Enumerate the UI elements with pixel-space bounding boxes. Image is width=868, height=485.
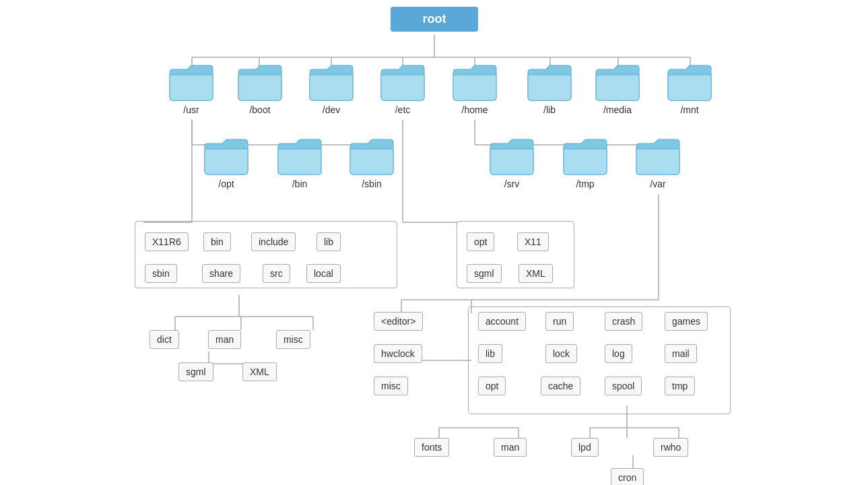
label-editor: <editor> <box>374 312 423 331</box>
folder-srv: /srv <box>489 138 535 189</box>
folder-icon-usr <box>168 64 214 102</box>
folder-icon-bin <box>277 138 323 176</box>
folder-icon-tmp <box>562 138 608 176</box>
folder-icon-opt <box>203 138 249 176</box>
canvas: root /usr /boot /dev /etc /home /lib /me… <box>0 0 868 485</box>
label-fonts: fonts <box>414 438 449 457</box>
label-include: include <box>251 232 296 251</box>
folder-icon-sbin <box>349 138 395 176</box>
folder-bin: /bin <box>277 138 323 189</box>
folder-media: /media <box>595 64 640 115</box>
folder-etc: /etc <box>380 64 426 115</box>
label-bin-usr: bin <box>203 232 231 251</box>
label-lock: lock <box>545 344 577 363</box>
label-man-share: man <box>208 330 241 349</box>
folder-icon-home <box>452 64 498 102</box>
label-opt-var: opt <box>478 377 506 395</box>
folder-lib: /lib <box>527 64 572 115</box>
folder-mnt: /mnt <box>667 64 712 115</box>
label-account: account <box>478 312 526 331</box>
folder-label-lib: /lib <box>543 104 556 115</box>
label-misc-share: misc <box>276 330 310 349</box>
label-man-spool: man <box>494 438 527 457</box>
label-x11-etc: X11 <box>517 232 549 251</box>
label-cron: cron <box>611 468 644 485</box>
folder-dev: /dev <box>308 64 354 115</box>
folder-label-boot: /boot <box>249 104 270 115</box>
folder-icon-lib <box>527 64 572 102</box>
label-misc-var: misc <box>374 377 408 395</box>
label-cache: cache <box>541 377 580 395</box>
folder-icon-mnt <box>667 64 712 102</box>
folder-label-mnt: /mnt <box>680 104 698 115</box>
label-log: log <box>605 344 632 363</box>
folder-label-var: /var <box>650 179 665 189</box>
folder-usr: /usr <box>168 64 214 115</box>
label-opt-etc: opt <box>467 232 494 251</box>
label-games: games <box>665 312 708 331</box>
label-share: share <box>202 264 240 283</box>
label-sgml-share: sgml <box>178 362 213 381</box>
label-x11r6: X11R6 <box>145 232 189 251</box>
label-hwclock: hwclock <box>374 344 422 363</box>
folder-icon-var <box>635 138 681 176</box>
label-crash: crash <box>605 312 642 331</box>
connector-lines <box>0 0 868 485</box>
label-rwho: rwho <box>653 438 688 457</box>
folder-label-etc: /etc <box>395 104 411 115</box>
label-src: src <box>263 264 290 283</box>
folder-icon-boot <box>237 64 283 102</box>
label-lib-usr: lib <box>316 232 341 251</box>
label-xml-share: XML <box>242 362 277 381</box>
label-tmp-var: tmp <box>665 377 695 395</box>
label-dict: dict <box>149 330 179 349</box>
folder-label-tmp: /tmp <box>576 179 594 189</box>
label-run: run <box>545 312 574 331</box>
folder-label-bin: /bin <box>292 179 308 189</box>
root-node: root <box>391 7 478 32</box>
folder-icon-media <box>595 64 640 102</box>
folder-label-srv: /srv <box>504 179 520 189</box>
label-sbin-usr: sbin <box>145 264 177 283</box>
folder-icon-dev <box>308 64 354 102</box>
folder-opt: /opt <box>203 138 249 189</box>
folder-boot: /boot <box>237 64 283 115</box>
folder-label-home: /home <box>462 104 488 115</box>
label-spool: spool <box>605 377 642 395</box>
folder-label-media: /media <box>603 104 632 115</box>
folder-label-usr: /usr <box>183 104 199 115</box>
folder-label-opt: /opt <box>218 179 234 189</box>
label-mail: mail <box>665 344 697 363</box>
label-xml-etc: XML <box>519 264 553 283</box>
folder-sbin: /sbin <box>349 138 395 189</box>
label-sgml-etc: sgml <box>467 264 502 283</box>
folder-icon-etc <box>380 64 426 102</box>
label-lib-var: lib <box>478 344 502 363</box>
label-local: local <box>306 264 341 283</box>
label-lpd: lpd <box>571 438 599 457</box>
folder-var: /var <box>635 138 681 189</box>
folder-home: /home <box>452 64 498 115</box>
folder-icon-srv <box>489 138 535 176</box>
folder-label-sbin: /sbin <box>362 179 382 189</box>
folder-label-dev: /dev <box>323 104 340 115</box>
folder-tmp: /tmp <box>562 138 608 189</box>
